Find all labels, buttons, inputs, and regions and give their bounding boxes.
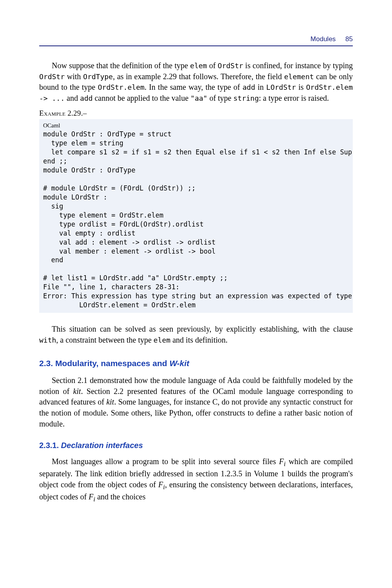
text-run: of type [207,94,233,102]
text-run: is confined, for instance by typing [243,61,353,70]
heading-em: Declaration interfaces [61,441,143,450]
math-symbol: Fi [89,492,95,501]
text-run: . In the same way, the type of [145,83,243,91]
italic-term: kit [106,397,114,406]
italic-term: kit [73,387,81,396]
text-run: in [255,83,266,91]
body-paragraph: Most languages allow a program to be spl… [39,456,353,504]
math-var: F [158,480,163,489]
inline-code: LOrdStr [266,83,296,91]
text-run: cannot be applied to the value [93,94,190,102]
heading-number: 2.3.1. [39,441,61,450]
inline-code: add [242,83,255,91]
text-run: with [65,72,83,81]
inline-code: OrdStr [218,62,243,70]
body-paragraph: This situation can be solved as seen pre… [39,324,353,345]
inline-code: element [284,73,314,81]
inline-code: with [39,336,56,344]
header-title: Modules [310,35,336,43]
example-label: Example 2.29.– [39,109,353,118]
inline-code: OrdType [83,73,113,81]
math-symbol: Fi [158,480,165,489]
heading-text: Modularity, namespaces and [55,359,169,368]
heading-em: W-kit [169,359,189,368]
text-run: Now suppose that the definition of the t… [52,61,190,70]
code-body: module OrdStr : OrdType = struct type el… [43,130,352,309]
inline-code: OrdStr [39,73,65,81]
text-run: Most languages allow a program to be spl… [52,457,279,466]
running-header: Modules 85 [39,35,353,46]
text-run: and [65,94,80,102]
inline-code: string [233,94,259,102]
inline-code: elem [154,336,171,344]
text-run: and its definition. [171,336,228,344]
page-number: 85 [345,35,353,43]
math-var: F [89,492,93,501]
text-run: , a constraint between the type [56,336,153,344]
inline-code: add [80,94,93,102]
body-paragraph: Section 2.1 demonstrated how the module … [39,375,353,429]
inline-code: elem [190,62,207,70]
text-run: and the choices [95,492,145,501]
text-run: This situation can be solved as seen pre… [52,325,353,333]
code-language-tag: OCaml [43,122,60,129]
math-symbol: Fi [279,457,286,466]
math-var: F [279,457,284,466]
heading-number: 2.3. [39,359,55,368]
code-block: OCaml module OrdStr : OrdType = struct t… [39,119,353,313]
inline-code: OrdStr.elem [98,83,144,91]
inline-code: "aa" [191,94,207,102]
body-paragraph: Now suppose that the definition of the t… [39,60,353,103]
section-heading: 2.3. Modularity, namespaces and W-kit [39,359,353,368]
subsection-heading: 2.3.1. Declaration interfaces [39,441,353,450]
text-run: is [296,83,306,91]
text-run: : a type error is raised. [259,94,329,102]
text-run: , as in example 2.29 that follows. There… [113,72,284,81]
text-run: of [207,61,218,70]
page: Modules 85 Now suppose that the definiti… [0,0,392,588]
